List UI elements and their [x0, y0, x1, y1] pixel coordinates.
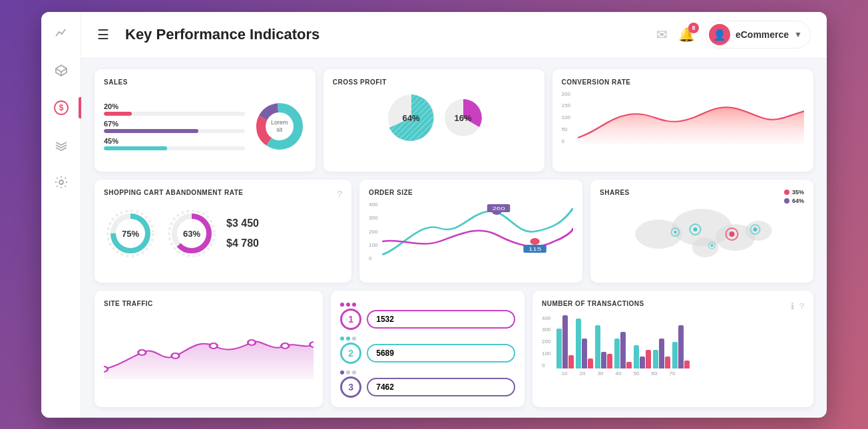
x-label-40: 40: [610, 370, 626, 376]
donut-label: Loremsit: [271, 119, 288, 134]
rank-number-1: 1: [340, 309, 361, 330]
cart-value-2: $4 780: [226, 237, 342, 249]
dashboard: SALES 20% 67% 45%: [81, 59, 827, 418]
bar-group-7: [672, 325, 690, 368]
rank-bar-2: 5689: [367, 344, 515, 362]
bar-group-4: [614, 332, 632, 368]
bar-chart: [556, 315, 804, 368]
chevron-down-icon: ▼: [794, 30, 802, 39]
trans-y-0: 0: [542, 362, 554, 368]
main-window: $ ☰ Key Performance Indicators ✉: [41, 12, 827, 418]
bell-wrapper[interactable]: 🔔 8: [678, 27, 695, 43]
svg-point-43: [210, 343, 217, 349]
x-label-30: 30: [592, 370, 608, 376]
sidebar-item-layers[interactable]: [51, 134, 72, 156]
rank-item-2: 2 5689: [340, 343, 515, 364]
site-traffic-title: SITE TRAFFIC: [104, 300, 314, 307]
sidebar-item-cube[interactable]: [51, 60, 72, 81]
info-icon[interactable]: ℹ: [791, 301, 794, 311]
rank-value-2: 5689: [376, 349, 394, 358]
order-y-100: 100: [369, 242, 379, 248]
help-icon-trans[interactable]: ?: [799, 301, 804, 311]
x-label-60: 60: [646, 370, 662, 376]
user-name: eCommerce: [736, 29, 789, 40]
sales-donut: Loremsit: [253, 100, 306, 153]
content-area: ☰ Key Performance Indicators ✉ 🔔 8 👤 eCo…: [81, 12, 827, 418]
rank-item-3: 3 7462: [340, 376, 515, 398]
sidebar-item-settings[interactable]: [51, 172, 72, 193]
x-label-20: 20: [574, 370, 590, 376]
world-map: [600, 204, 804, 264]
svg-text:115: 115: [529, 246, 542, 252]
transactions-title: NUMBER OF TRANSACTIONS: [542, 300, 644, 307]
cart-circle-2-value: 63%: [183, 229, 200, 239]
rank-number-2: 2: [340, 343, 361, 364]
svg-point-42: [172, 353, 179, 358]
hamburger-menu[interactable]: ☰: [97, 27, 109, 43]
page-title: Key Performance Indicators: [125, 26, 648, 43]
conv-y-200: 200: [562, 91, 575, 97]
conversion-rate-title: CONVERSION RATE: [562, 78, 805, 86]
cart-abandonment-widget: SHOPPING CART ABANDONMENT RATE ?: [95, 180, 351, 283]
sales-bars: 20% 67% 45%: [104, 102, 245, 150]
notification-badge: 8: [688, 23, 699, 33]
row-1: SALES 20% 67% 45%: [95, 69, 813, 172]
sales-bar-label-3: 45%: [104, 137, 245, 145]
svg-point-31: [694, 227, 698, 231]
sales-title: SALES: [104, 78, 306, 86]
trans-y-400: 400: [542, 315, 554, 321]
sales-bar-label-1: 20%: [104, 102, 245, 110]
cart-title: SHOPPING CART ABANDONMENT RATE: [104, 189, 243, 196]
x-label-70: 70: [664, 370, 680, 376]
header-icons: ✉ 🔔 8 👤 eCommerce ▼: [656, 21, 811, 49]
rank-bar-3: 7462: [367, 378, 515, 396]
bar-group-6: [653, 339, 670, 368]
shares-legend-1: 35%: [792, 189, 804, 196]
cart-circle-1-value: 75%: [122, 229, 139, 239]
sidebar-item-chart[interactable]: [51, 23, 72, 44]
svg-point-33: [674, 231, 677, 233]
svg-point-4: [59, 180, 63, 184]
rank-list-widget: 1 1532: [331, 291, 525, 407]
rank-value-1: 1532: [376, 315, 394, 324]
bar-group-5: [634, 345, 651, 368]
conv-y-0: 0: [562, 138, 575, 144]
rank-number-3: 3: [340, 376, 361, 398]
svg-point-22: [530, 238, 539, 245]
trans-y-100: 100: [542, 351, 554, 357]
profit-val-1: 64%: [403, 112, 420, 122]
mail-icon[interactable]: ✉: [656, 27, 668, 43]
shares-widget: SHARES 35% 64%: [590, 180, 813, 283]
sidebar-item-dollar[interactable]: $: [51, 97, 72, 118]
row-3: SITE TRAFFIC: [95, 291, 813, 407]
transactions-icons: ℹ ?: [791, 301, 804, 311]
profit-val-2: 16%: [455, 112, 472, 122]
rank-bar-1: 1532: [367, 310, 515, 329]
avatar: 👤: [709, 24, 730, 45]
svg-point-40: [104, 366, 108, 372]
cart-value-1: $3 450: [226, 217, 342, 229]
svg-point-39: [711, 244, 714, 247]
order-y-0: 0: [369, 255, 379, 261]
site-traffic-widget: SITE TRAFFIC: [95, 291, 323, 407]
bar-group-2: [576, 319, 593, 368]
bar-group-3: [595, 325, 612, 368]
sales-widget: SALES 20% 67% 45%: [95, 69, 316, 172]
order-y-300: 300: [369, 215, 379, 221]
cross-profit-widget: CROSS PROFIT: [324, 69, 544, 172]
svg-point-37: [754, 227, 758, 231]
order-size-widget: ORDER SIZE 400 300 200 100 0: [359, 180, 582, 283]
rank-item-1: 1 1532: [340, 309, 515, 330]
header: ☰ Key Performance Indicators ✉ 🔔 8 👤 eCo…: [81, 12, 827, 59]
svg-text:260: 260: [493, 206, 506, 212]
svg-point-44: [248, 340, 255, 345]
user-section[interactable]: 👤 eCommerce ▼: [706, 21, 811, 49]
help-icon[interactable]: ?: [337, 189, 342, 200]
svg-point-28: [746, 221, 772, 241]
conv-y-100: 100: [562, 114, 575, 120]
conv-y-150: 150: [562, 102, 575, 108]
x-labels: 10 20 30 40 50 60 70: [556, 370, 804, 376]
svg-point-46: [310, 342, 314, 347]
transactions-header: NUMBER OF TRANSACTIONS ℹ ?: [542, 300, 804, 313]
svg-point-41: [138, 350, 146, 355]
